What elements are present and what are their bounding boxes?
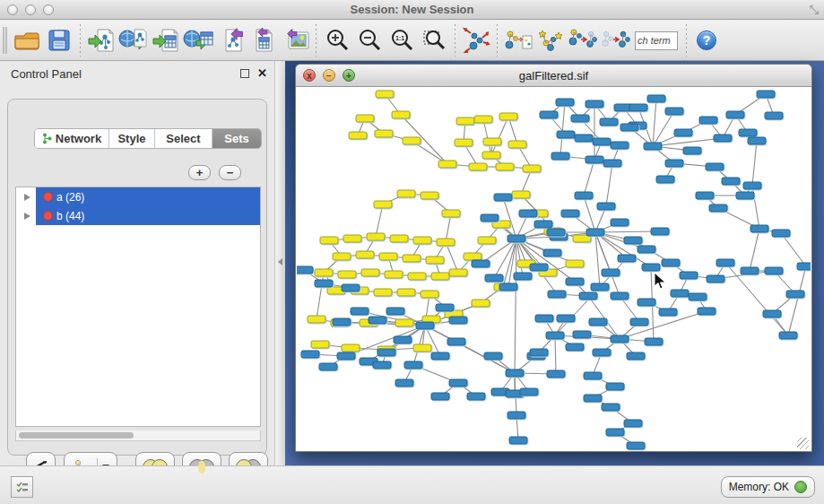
graph-node[interactable] [627, 442, 645, 449]
graph-node[interactable] [680, 272, 698, 279]
graph-node[interactable] [585, 100, 603, 108]
graph-node[interactable] [509, 437, 527, 444]
graph-node[interactable] [645, 338, 663, 345]
graph-node[interactable] [611, 219, 629, 226]
graph-node[interactable] [739, 129, 757, 136]
graph-node[interactable] [543, 249, 561, 256]
graph-node[interactable] [786, 291, 804, 298]
graph-node[interactable] [671, 290, 689, 297]
graph-node[interactable] [395, 319, 413, 326]
graph-node[interactable] [593, 349, 611, 356]
graph-node[interactable] [540, 111, 558, 118]
graph-edge[interactable] [595, 231, 660, 232]
graph-node[interactable] [421, 192, 438, 199]
graph-node[interactable] [665, 160, 683, 167]
graph-node[interactable] [591, 283, 609, 291]
graph-node[interactable] [361, 269, 379, 276]
graph-node[interactable] [573, 331, 591, 338]
graph-node[interactable] [496, 163, 514, 170]
graph-node[interactable] [741, 267, 759, 274]
graph-edge[interactable] [788, 266, 806, 335]
graph-node[interactable] [481, 214, 499, 222]
import-network-url-button[interactable] [117, 24, 150, 56]
export-network-button[interactable] [214, 24, 247, 56]
graph-node[interactable] [369, 317, 386, 324]
graph-node[interactable] [698, 308, 716, 315]
graph-node[interactable] [611, 142, 629, 149]
graph-node[interactable] [333, 318, 351, 326]
network-window[interactable]: x − + galFiltered.sif [295, 64, 812, 452]
graph-node[interactable] [338, 271, 356, 278]
graph-node[interactable] [714, 135, 732, 142]
memory-status-button[interactable]: Memory: OK [721, 476, 815, 498]
graph-node[interactable] [689, 293, 707, 300]
graph-node[interactable] [606, 429, 624, 436]
graph-edge[interactable] [653, 99, 656, 146]
graph-node[interactable] [397, 190, 415, 197]
graph-node[interactable] [431, 352, 449, 360]
disclosure-triangle-icon[interactable] [24, 194, 30, 201]
graph-node[interactable] [575, 135, 593, 142]
graph-edge[interactable] [483, 119, 491, 155]
graph-node[interactable] [618, 255, 636, 262]
graph-node[interactable] [709, 204, 727, 212]
graph-node[interactable] [743, 182, 761, 189]
graph-node[interactable] [611, 335, 629, 343]
graph-node[interactable] [514, 273, 532, 280]
graph-node[interactable] [469, 163, 487, 170]
zoom-one-to-one-button[interactable]: 1:1 [386, 24, 418, 56]
graph-node[interactable] [394, 336, 412, 343]
graph-node[interactable] [449, 317, 467, 324]
graph-edge[interactable] [491, 117, 508, 155]
graph-node[interactable] [530, 349, 548, 356]
list-item-set-a[interactable]: a (26) [16, 187, 260, 206]
graph-node[interactable] [395, 379, 413, 387]
graph-node[interactable] [438, 161, 456, 168]
graph-node[interactable] [442, 210, 460, 217]
graph-node[interactable] [638, 299, 655, 306]
graph-edge[interactable] [750, 229, 759, 271]
select-first-neighbors-button[interactable] [534, 24, 567, 56]
graph-node[interactable] [311, 341, 329, 348]
graph-node[interactable] [600, 118, 618, 126]
import-network-file-button[interactable] [85, 24, 117, 56]
graph-node[interactable] [696, 192, 714, 199]
graph-node[interactable] [467, 393, 485, 400]
graph-node[interactable] [375, 130, 393, 137]
graph-node[interactable] [593, 138, 611, 145]
graph-node[interactable] [765, 267, 783, 274]
graph-node[interactable] [624, 237, 642, 244]
graph-node[interactable] [797, 263, 811, 270]
graph-node[interactable] [349, 132, 367, 139]
graph-node[interactable] [373, 361, 391, 369]
graph-node[interactable] [765, 112, 783, 119]
graph-node[interactable] [707, 275, 724, 282]
graph-node[interactable] [507, 235, 525, 242]
graph-node[interactable] [367, 233, 385, 240]
graph-node[interactable] [603, 160, 621, 167]
graph-node[interactable] [586, 229, 604, 236]
graph-node[interactable] [416, 322, 434, 329]
graph-node[interactable] [547, 370, 565, 378]
graph-node[interactable] [548, 291, 566, 298]
graph-node[interactable] [726, 111, 744, 118]
graph-node[interactable] [376, 91, 394, 98]
graph-node[interactable] [530, 264, 548, 271]
float-panel-button[interactable] [240, 69, 249, 78]
list-item-set-b[interactable]: b (44) [16, 206, 260, 225]
fullscreen-arrows-icon[interactable]: ⤡ [810, 3, 819, 17]
graph-node[interactable] [699, 117, 717, 124]
graph-node[interactable] [351, 308, 369, 315]
graph-edge[interactable] [555, 335, 556, 374]
graph-node[interactable] [523, 165, 541, 172]
graph-node[interactable] [413, 344, 431, 352]
graph-node[interactable] [736, 192, 754, 199]
graph-node[interactable] [779, 332, 797, 339]
graph-node[interactable] [379, 253, 397, 260]
graph-node[interactable] [397, 289, 415, 296]
graph-node[interactable] [547, 229, 565, 236]
open-session-button[interactable] [11, 24, 43, 56]
hide-selected-button[interactable] [567, 24, 599, 56]
graph-edge[interactable] [376, 204, 383, 237]
graph-node[interactable] [683, 147, 701, 154]
